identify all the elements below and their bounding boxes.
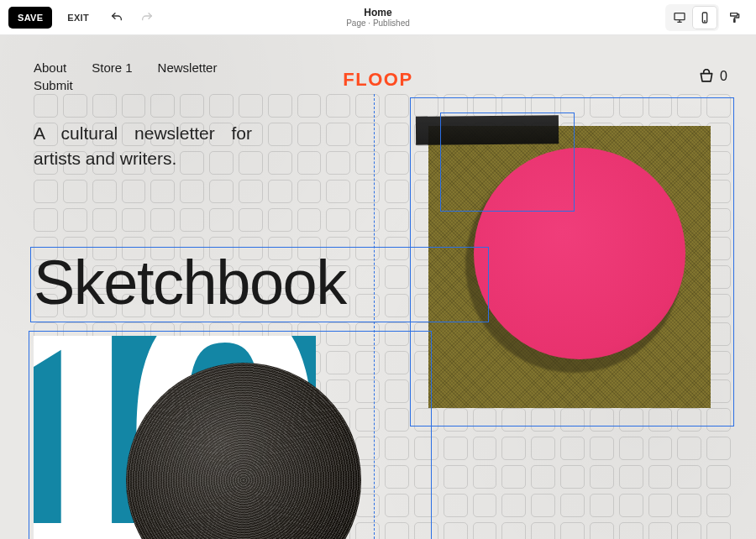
device-preview-group xyxy=(665,4,719,31)
page-title: Home xyxy=(346,6,410,18)
exit-button[interactable]: EXIT xyxy=(57,7,99,29)
nav-link-store[interactable]: Store 1 xyxy=(92,60,132,75)
svg-point-2 xyxy=(705,20,706,21)
page-info[interactable]: Home Page · Published xyxy=(346,6,410,28)
cart-icon xyxy=(698,69,715,84)
desktop-preview-button[interactable] xyxy=(667,6,692,29)
editor-canvas[interactable]: About Store 1 Newsletter Submit FLOOP 0 … xyxy=(0,35,756,539)
svg-rect-0 xyxy=(675,13,685,19)
artwork-tape-strip[interactable] xyxy=(416,115,559,144)
paint-roller-icon xyxy=(728,11,742,24)
desktop-icon xyxy=(673,11,686,24)
artwork-circle[interactable] xyxy=(474,148,685,359)
paint-tool-button[interactable] xyxy=(722,5,748,30)
cart-count: 0 xyxy=(720,69,727,84)
toolbar-right-group xyxy=(665,4,748,31)
redo-button[interactable] xyxy=(134,5,160,30)
toolbar-left-group: SAVE EXIT xyxy=(8,5,160,30)
tagline-text[interactable]: A cultural newsletter for artists and wr… xyxy=(34,121,252,172)
nav-link-about[interactable]: About xyxy=(34,60,66,75)
center-guide-line xyxy=(374,94,375,539)
mobile-icon xyxy=(698,11,711,24)
undo-icon xyxy=(110,11,123,24)
cart-button[interactable]: 0 xyxy=(698,69,727,84)
site-navigation: About Store 1 Newsletter Submit xyxy=(34,60,269,92)
page-status: Page · Published xyxy=(346,18,410,29)
save-button[interactable]: SAVE xyxy=(8,7,52,29)
editor-toolbar: SAVE EXIT Home Page · Published xyxy=(0,0,756,35)
undo-button[interactable] xyxy=(104,5,129,30)
headline-text[interactable]: Sketchbook xyxy=(34,252,346,314)
mobile-preview-button[interactable] xyxy=(692,6,717,29)
site-logo[interactable]: FLOOP xyxy=(343,69,412,91)
nav-link-newsletter[interactable]: Newsletter xyxy=(158,60,218,75)
redo-icon xyxy=(140,11,154,24)
nav-link-submit[interactable]: Submit xyxy=(34,78,73,92)
